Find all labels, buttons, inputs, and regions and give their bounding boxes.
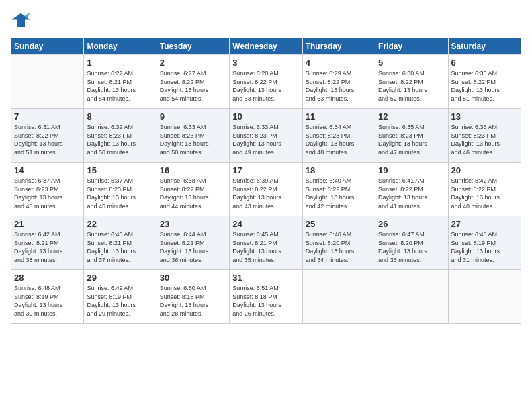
week-row-3: 14Sunrise: 6:37 AM Sunset: 8:23 PM Dayli… xyxy=(11,163,521,216)
day-number: 2 xyxy=(160,58,226,68)
day-info: Sunrise: 6:33 AM Sunset: 8:23 PM Dayligh… xyxy=(232,123,299,156)
week-row-1: 1Sunrise: 6:27 AM Sunset: 8:21 PM Daylig… xyxy=(11,55,521,109)
header-row: SundayMondayTuesdayWednesdayThursdayFrid… xyxy=(11,38,521,55)
day-cell: 19Sunrise: 6:41 AM Sunset: 8:22 PM Dayli… xyxy=(375,163,448,216)
day-number: 27 xyxy=(451,219,518,229)
day-number: 7 xyxy=(14,111,81,122)
day-cell: 23Sunrise: 6:44 AM Sunset: 8:21 PM Dayli… xyxy=(157,216,229,270)
day-info: Sunrise: 6:31 AM Sunset: 8:22 PM Dayligh… xyxy=(14,123,81,156)
day-cell: 2Sunrise: 6:27 AM Sunset: 8:22 PM Daylig… xyxy=(157,55,229,109)
day-info: Sunrise: 6:49 AM Sunset: 8:19 PM Dayligh… xyxy=(87,284,153,318)
day-cell xyxy=(302,270,375,324)
day-number: 31 xyxy=(232,273,299,283)
day-cell: 4Sunrise: 6:29 AM Sunset: 8:22 PM Daylig… xyxy=(302,55,375,109)
day-number: 30 xyxy=(160,273,226,283)
day-info: Sunrise: 6:35 AM Sunset: 8:23 PM Dayligh… xyxy=(378,123,445,156)
day-cell: 17Sunrise: 6:39 AM Sunset: 8:22 PM Dayli… xyxy=(230,163,302,216)
col-header-tuesday: Tuesday xyxy=(157,38,229,55)
day-info: Sunrise: 6:48 AM Sunset: 8:19 PM Dayligh… xyxy=(14,284,81,318)
day-number: 25 xyxy=(306,219,372,229)
day-info: Sunrise: 6:39 AM Sunset: 8:22 PM Dayligh… xyxy=(232,177,299,210)
day-info: Sunrise: 6:33 AM Sunset: 8:23 PM Dayligh… xyxy=(160,123,226,156)
day-cell: 21Sunrise: 6:42 AM Sunset: 8:21 PM Dayli… xyxy=(11,216,84,270)
day-info: Sunrise: 6:29 AM Sunset: 8:22 PM Dayligh… xyxy=(306,69,372,103)
day-cell: 7Sunrise: 6:31 AM Sunset: 8:22 PM Daylig… xyxy=(11,109,84,163)
week-row-2: 7Sunrise: 6:31 AM Sunset: 8:22 PM Daylig… xyxy=(11,109,521,163)
day-number: 4 xyxy=(306,58,372,68)
day-number: 18 xyxy=(306,165,372,175)
col-header-saturday: Saturday xyxy=(448,38,521,55)
day-info: Sunrise: 6:37 AM Sunset: 8:23 PM Dayligh… xyxy=(14,177,81,210)
day-number: 8 xyxy=(87,111,153,122)
day-cell: 27Sunrise: 6:48 AM Sunset: 8:19 PM Dayli… xyxy=(448,216,521,270)
day-number: 6 xyxy=(451,58,518,68)
day-cell: 6Sunrise: 6:30 AM Sunset: 8:22 PM Daylig… xyxy=(448,55,521,109)
day-info: Sunrise: 6:48 AM Sunset: 8:19 PM Dayligh… xyxy=(451,230,518,264)
day-cell: 29Sunrise: 6:49 AM Sunset: 8:19 PM Dayli… xyxy=(84,270,157,324)
day-info: Sunrise: 6:40 AM Sunset: 8:22 PM Dayligh… xyxy=(306,177,372,210)
day-cell: 11Sunrise: 6:34 AM Sunset: 8:23 PM Dayli… xyxy=(302,109,375,163)
day-info: Sunrise: 6:51 AM Sunset: 8:18 PM Dayligh… xyxy=(232,284,299,318)
logo xyxy=(11,11,34,31)
day-info: Sunrise: 6:45 AM Sunset: 8:21 PM Dayligh… xyxy=(232,230,299,264)
day-cell: 8Sunrise: 6:32 AM Sunset: 8:23 PM Daylig… xyxy=(84,109,157,163)
day-number: 17 xyxy=(232,165,299,175)
day-info: Sunrise: 6:36 AM Sunset: 8:23 PM Dayligh… xyxy=(451,123,518,156)
day-info: Sunrise: 6:27 AM Sunset: 8:21 PM Dayligh… xyxy=(87,69,153,103)
day-cell: 9Sunrise: 6:33 AM Sunset: 8:23 PM Daylig… xyxy=(157,109,229,163)
col-header-sunday: Sunday xyxy=(11,38,84,55)
day-info: Sunrise: 6:41 AM Sunset: 8:22 PM Dayligh… xyxy=(378,177,445,210)
day-info: Sunrise: 6:47 AM Sunset: 8:20 PM Dayligh… xyxy=(378,230,445,264)
col-header-wednesday: Wednesday xyxy=(230,38,302,55)
day-info: Sunrise: 6:38 AM Sunset: 8:22 PM Dayligh… xyxy=(160,177,226,210)
day-cell: 5Sunrise: 6:30 AM Sunset: 8:22 PM Daylig… xyxy=(375,55,448,109)
day-info: Sunrise: 6:42 AM Sunset: 8:21 PM Dayligh… xyxy=(14,230,81,264)
day-cell: 25Sunrise: 6:46 AM Sunset: 8:20 PM Dayli… xyxy=(302,216,375,270)
day-number: 16 xyxy=(160,165,226,175)
col-header-monday: Monday xyxy=(84,38,157,55)
calendar-table: SundayMondayTuesdayWednesdayThursdayFrid… xyxy=(11,38,521,324)
header xyxy=(11,11,521,31)
day-number: 19 xyxy=(378,165,445,175)
week-row-5: 28Sunrise: 6:48 AM Sunset: 8:19 PM Dayli… xyxy=(11,270,521,324)
day-number: 11 xyxy=(306,111,372,122)
day-cell: 31Sunrise: 6:51 AM Sunset: 8:18 PM Dayli… xyxy=(230,270,302,324)
day-number: 22 xyxy=(87,219,153,229)
day-number: 5 xyxy=(378,58,445,68)
day-cell: 28Sunrise: 6:48 AM Sunset: 8:19 PM Dayli… xyxy=(11,270,84,324)
day-number: 15 xyxy=(87,165,153,175)
day-number: 13 xyxy=(451,111,518,122)
day-number: 10 xyxy=(232,111,299,122)
day-info: Sunrise: 6:50 AM Sunset: 8:18 PM Dayligh… xyxy=(160,284,226,318)
day-number: 9 xyxy=(160,111,226,122)
day-info: Sunrise: 6:34 AM Sunset: 8:23 PM Dayligh… xyxy=(306,123,372,156)
day-info: Sunrise: 6:37 AM Sunset: 8:23 PM Dayligh… xyxy=(87,177,153,210)
day-cell: 15Sunrise: 6:37 AM Sunset: 8:23 PM Dayli… xyxy=(84,163,157,216)
day-number: 24 xyxy=(232,219,299,229)
day-cell xyxy=(448,270,521,324)
day-cell xyxy=(375,270,448,324)
day-cell: 10Sunrise: 6:33 AM Sunset: 8:23 PM Dayli… xyxy=(230,109,302,163)
day-number: 29 xyxy=(87,273,153,283)
day-info: Sunrise: 6:46 AM Sunset: 8:20 PM Dayligh… xyxy=(306,230,372,264)
day-info: Sunrise: 6:30 AM Sunset: 8:22 PM Dayligh… xyxy=(451,69,518,103)
day-number: 20 xyxy=(451,165,518,175)
day-cell xyxy=(11,55,84,109)
day-cell: 16Sunrise: 6:38 AM Sunset: 8:22 PM Dayli… xyxy=(157,163,229,216)
day-cell: 24Sunrise: 6:45 AM Sunset: 8:21 PM Dayli… xyxy=(230,216,302,270)
page: SundayMondayTuesdayWednesdayThursdayFrid… xyxy=(0,0,532,411)
day-number: 1 xyxy=(87,58,153,68)
day-cell: 18Sunrise: 6:40 AM Sunset: 8:22 PM Dayli… xyxy=(302,163,375,216)
day-cell: 12Sunrise: 6:35 AM Sunset: 8:23 PM Dayli… xyxy=(375,109,448,163)
day-cell: 30Sunrise: 6:50 AM Sunset: 8:18 PM Dayli… xyxy=(157,270,229,324)
day-info: Sunrise: 6:44 AM Sunset: 8:21 PM Dayligh… xyxy=(160,230,226,264)
day-number: 23 xyxy=(160,219,226,229)
day-cell: 1Sunrise: 6:27 AM Sunset: 8:21 PM Daylig… xyxy=(84,55,157,109)
logo-bird-icon xyxy=(11,11,31,31)
week-row-4: 21Sunrise: 6:42 AM Sunset: 8:21 PM Dayli… xyxy=(11,216,521,270)
day-number: 21 xyxy=(14,219,81,229)
day-cell: 26Sunrise: 6:47 AM Sunset: 8:20 PM Dayli… xyxy=(375,216,448,270)
day-info: Sunrise: 6:27 AM Sunset: 8:22 PM Dayligh… xyxy=(160,69,226,103)
day-number: 12 xyxy=(378,111,445,122)
col-header-friday: Friday xyxy=(375,38,448,55)
